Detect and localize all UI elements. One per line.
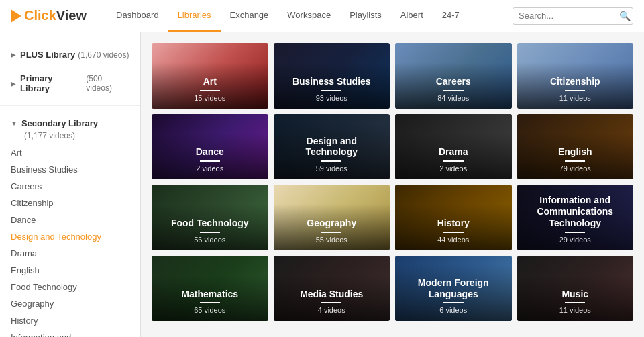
card-dance[interactable]: Dance2 videos bbox=[152, 114, 268, 180]
card-underline bbox=[321, 90, 341, 91]
chevron-right-icon: ▶ bbox=[11, 51, 16, 58]
card-count: 2 videos bbox=[158, 164, 262, 173]
card-careers[interactable]: Careers84 videos bbox=[395, 43, 512, 109]
card-citizenship[interactable]: Citizenship11 videos bbox=[517, 43, 634, 109]
sidebar-item-design-and-technology[interactable]: Design and Technology bbox=[11, 228, 129, 245]
card-overlay: Geography55 videos bbox=[274, 204, 390, 250]
card-title: History bbox=[402, 218, 505, 229]
sidebar-item-careers[interactable]: Careers bbox=[11, 178, 129, 195]
primary-library-link[interactable]: ▶ Primary Library (500 videos) bbox=[11, 70, 129, 96]
nav-link-exchange[interactable]: Exchange bbox=[221, 0, 278, 32]
sidebar: ▶ PLUS Library (1,670 videos) ▶ Primary … bbox=[0, 32, 141, 337]
card-overlay: Design and Technology59 videos bbox=[274, 122, 390, 180]
card-title: Careers bbox=[402, 76, 505, 87]
nav-link-workspace[interactable]: Workspace bbox=[278, 0, 340, 32]
card-overlay: Drama2 videos bbox=[395, 133, 512, 179]
sidebar-item-art[interactable]: Art bbox=[11, 144, 129, 161]
card-title: English bbox=[524, 146, 627, 158]
card-overlay: Dance2 videos bbox=[152, 133, 268, 179]
layout: ▶ PLUS Library (1,670 videos) ▶ Primary … bbox=[0, 32, 644, 337]
card-overlay: Business Studies93 videos bbox=[274, 62, 390, 109]
card-underline bbox=[443, 302, 464, 303]
card-title: Dance bbox=[158, 146, 262, 158]
sidebar-item-drama[interactable]: Drama bbox=[11, 245, 129, 262]
card-mathematics[interactable]: Mathematics65 videos bbox=[152, 256, 268, 322]
nav-link-playlists[interactable]: Playlists bbox=[340, 0, 391, 32]
card-business-studies[interactable]: Business Studies93 videos bbox=[274, 43, 390, 109]
secondary-library-link[interactable]: ▼ Secondary Library bbox=[11, 115, 129, 131]
card-underline bbox=[200, 160, 220, 162]
sidebar-item-dance[interactable]: Dance bbox=[11, 211, 129, 228]
card-media-studies[interactable]: Media Studies4 videos bbox=[274, 256, 390, 322]
card-underline bbox=[200, 232, 220, 233]
card-title: Geography bbox=[280, 218, 384, 229]
card-overlay: Careers84 videos bbox=[395, 62, 512, 109]
sidebar-item-english[interactable]: English bbox=[11, 262, 129, 279]
card-food-technology[interactable]: Food Technology56 videos bbox=[152, 185, 268, 250]
card-title: Food Technology bbox=[158, 218, 262, 229]
card-title: Mathematics bbox=[158, 289, 262, 300]
card-underline bbox=[565, 302, 585, 303]
chevron-right-icon: ▶ bbox=[11, 80, 16, 87]
card-history[interactable]: History44 videos bbox=[395, 185, 512, 250]
card-count: 84 videos bbox=[402, 94, 505, 102]
sidebar-item-geography[interactable]: Geography bbox=[11, 295, 129, 312]
logo[interactable]: ClickView bbox=[11, 8, 87, 23]
card-overlay: Citizenship11 videos bbox=[517, 62, 634, 109]
card-title: Business Studies bbox=[280, 76, 384, 87]
card-modern-foreign-languages[interactable]: Modern Foreign Languages6 videos bbox=[395, 256, 512, 322]
logo-arrow-icon bbox=[11, 9, 21, 23]
card-count: 15 videos bbox=[158, 94, 262, 102]
sidebar-item-business-studies[interactable]: Business Studies bbox=[11, 161, 129, 178]
sidebar-item-history[interactable]: History bbox=[11, 312, 129, 329]
search-box: 🔍 bbox=[513, 7, 633, 25]
sidebar-item-food-technology[interactable]: Food Technology bbox=[11, 279, 129, 295]
secondary-library-title: Secondary Library bbox=[21, 118, 98, 128]
search-input[interactable] bbox=[519, 11, 619, 21]
logo-text: ClickView bbox=[24, 8, 87, 23]
nav-link-24-7[interactable]: 24-7 bbox=[433, 0, 469, 32]
card-count: 44 videos bbox=[402, 236, 505, 244]
card-count: 11 videos bbox=[524, 94, 627, 102]
card-count: 4 videos bbox=[280, 306, 384, 314]
card-overlay: Art15 videos bbox=[152, 62, 268, 109]
sidebar-divider bbox=[0, 105, 140, 106]
plus-library-link[interactable]: ▶ PLUS Library (1,670 videos) bbox=[11, 47, 129, 62]
card-title: Design and Technology bbox=[280, 136, 384, 158]
card-count: 59 videos bbox=[280, 164, 384, 173]
card-design-and-technology[interactable]: Design and Technology59 videos bbox=[274, 114, 390, 180]
card-art[interactable]: Art15 videos bbox=[152, 43, 268, 109]
nav-links: DashboardLibrariesExchangeWorkspacePlayl… bbox=[107, 0, 513, 32]
card-overlay: History44 videos bbox=[395, 204, 512, 250]
card-underline bbox=[321, 302, 341, 303]
card-count: 56 videos bbox=[158, 236, 262, 244]
card-underline bbox=[565, 232, 585, 233]
card-drama[interactable]: Drama2 videos bbox=[395, 114, 512, 180]
nav-link-libraries[interactable]: Libraries bbox=[168, 0, 221, 32]
card-title: Media Studies bbox=[280, 289, 384, 300]
card-title: Modern Foreign Languages bbox=[402, 277, 505, 300]
sidebar-item-citizenship[interactable]: Citizenship bbox=[11, 195, 129, 211]
card-overlay: English79 videos bbox=[517, 133, 634, 179]
card-count: 29 videos bbox=[524, 236, 627, 244]
card-title: Information and Communications Technolog… bbox=[524, 195, 627, 228]
chevron-down-icon: ▼ bbox=[11, 119, 17, 127]
card-count: 2 videos bbox=[402, 164, 505, 173]
card-underline bbox=[565, 90, 585, 91]
card-geography[interactable]: Geography55 videos bbox=[274, 185, 390, 250]
card-underline bbox=[321, 160, 341, 162]
top-nav: ClickView DashboardLibrariesExchangeWork… bbox=[0, 0, 644, 32]
card-music[interactable]: Music11 videos bbox=[517, 256, 634, 322]
card-underline bbox=[200, 302, 220, 303]
card-information-and-communications-technology[interactable]: Information and Communications Technolog… bbox=[517, 185, 634, 250]
secondary-library-section: ▼ Secondary Library (1,177 videos) bbox=[0, 111, 140, 144]
card-underline bbox=[200, 90, 220, 91]
card-english[interactable]: English79 videos bbox=[517, 114, 634, 180]
sidebar-item-information-and-communications-technology[interactable]: Information and Communications Technolog… bbox=[11, 329, 129, 337]
nav-link-albert[interactable]: Albert bbox=[391, 0, 433, 32]
nav-link-dashboard[interactable]: Dashboard bbox=[107, 0, 168, 32]
card-underline bbox=[443, 232, 464, 233]
card-count: 6 videos bbox=[402, 306, 505, 314]
card-overlay: Media Studies4 videos bbox=[274, 275, 390, 322]
card-overlay: Mathematics65 videos bbox=[152, 275, 268, 322]
